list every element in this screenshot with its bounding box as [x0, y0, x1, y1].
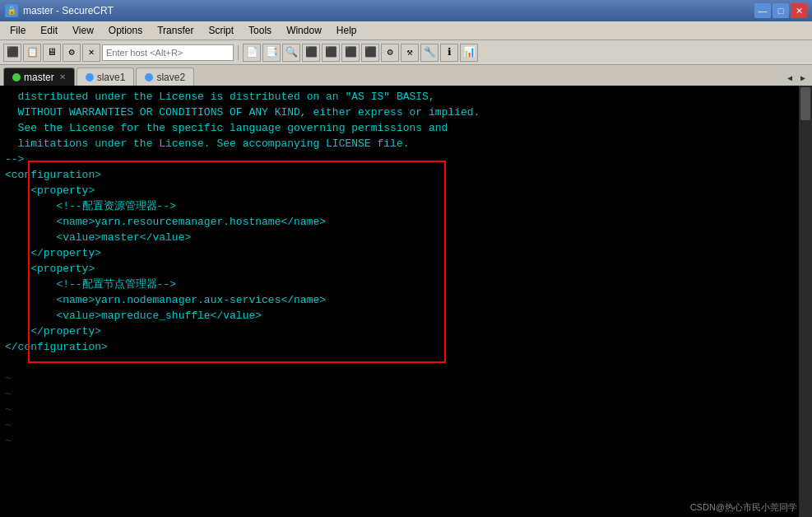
close-button[interactable]: ✕ — [791, 3, 807, 18]
tab-label-slave2: slave2 — [156, 72, 185, 83]
terminal-line: --> — [5, 151, 807, 167]
tab-label-master: master — [24, 72, 54, 83]
toolbar-btn-15[interactable]: 🔧 — [420, 44, 438, 62]
terminal-line: <value>mapreduce_shuffle</value> — [5, 308, 807, 324]
terminal-line: </property> — [5, 324, 807, 339]
tab-prev-button[interactable]: ◀ — [784, 72, 796, 84]
app-icon: 🔒 — [5, 4, 18, 17]
terminal-line: <property> — [5, 261, 807, 277]
watermark: CSDN@热心市民小莞同学 — [690, 501, 797, 514]
terminal-line: <configuration> — [5, 167, 807, 183]
tab-dot-slave1 — [86, 73, 94, 82]
toolbar-btn-8[interactable]: 🔍 — [282, 44, 300, 62]
titlebar-title: master - SecureCRT — [23, 5, 114, 16]
menu-edit[interactable]: Edit — [34, 23, 64, 38]
tab-dot-master — [12, 73, 21, 82]
menubar: File Edit View Options Transfer Script T… — [0, 21, 812, 40]
toolbar-btn-16[interactable]: ℹ — [440, 44, 458, 62]
tab-next-button[interactable]: ▶ — [797, 72, 809, 84]
menu-window[interactable]: Window — [280, 23, 328, 38]
toolbar-btn-11[interactable]: ⬛ — [341, 44, 360, 62]
toolbar: ⬛ 📋 🖥 ⚙ ✕ 📄 📑 🔍 ⬛ ⬛ ⬛ ⬛ ⚙ ⚒ 🔧 ℹ 📊 — [0, 40, 812, 64]
terminal-line: <name>yarn.resourcemanager.hostname</nam… — [5, 214, 807, 230]
tab-nav: ◀ ▶ — [784, 72, 809, 86]
menu-help[interactable]: Help — [330, 23, 364, 38]
tab-dot-slave2 — [145, 73, 153, 82]
terminal-line: distributed under the License is distrib… — [5, 89, 807, 105]
terminal-line: <name>yarn.nodemanager.aux-services</nam… — [5, 292, 807, 308]
minimize-button[interactable]: — — [754, 3, 771, 18]
menu-view[interactable]: View — [66, 23, 100, 38]
toolbar-btn-14[interactable]: ⚒ — [401, 44, 419, 62]
tab-slave1[interactable]: slave1 — [77, 68, 135, 86]
titlebar-left: 🔒 master - SecureCRT — [5, 4, 114, 17]
scrollbar[interactable] — [799, 86, 812, 517]
toolbar-btn-5[interactable]: ✕ — [82, 44, 100, 62]
toolbar-btn-2[interactable]: 📋 — [23, 44, 41, 62]
menu-transfer[interactable]: Transfer — [151, 23, 200, 38]
terminal-line: <property> — [5, 183, 807, 198]
terminal-line: </configuration> — [5, 339, 807, 355]
tab-close-master[interactable]: ✕ — [59, 72, 66, 82]
address-input[interactable] — [102, 44, 234, 61]
toolbar-btn-10[interactable]: ⬛ — [322, 44, 340, 62]
menu-tools[interactable]: Tools — [242, 23, 278, 38]
terminal-line: <!--配置资源管理器--> — [5, 198, 807, 214]
toolbar-btn-3[interactable]: 🖥 — [43, 44, 61, 62]
toolbar-btn-4[interactable]: ⚙ — [63, 44, 81, 62]
terminal-line: ~ — [5, 386, 807, 402]
menu-options[interactable]: Options — [102, 23, 149, 38]
terminal-content: distributed under the License is distrib… — [5, 89, 807, 449]
terminal-line: WITHOUT WARRANTIES OR CONDITIONS OF ANY … — [5, 105, 807, 120]
terminal-line: ~ — [5, 370, 807, 386]
terminal-line: limitations under the License. See accom… — [5, 136, 807, 151]
tab-label-slave1: slave1 — [97, 72, 126, 83]
toolbar-btn-9[interactable]: ⬛ — [302, 44, 320, 62]
terminal-line: ~ — [5, 402, 807, 417]
menu-file[interactable]: File — [3, 23, 32, 38]
tabbar: master ✕ slave1 slave2 ◀ ▶ — [0, 64, 812, 86]
toolbar-btn-13[interactable]: ⚙ — [381, 44, 399, 62]
terminal-line: <!--配置节点管理器--> — [5, 277, 807, 292]
terminal: distributed under the License is distrib… — [0, 86, 812, 517]
menu-script[interactable]: Script — [202, 23, 240, 38]
titlebar: 🔒 master - SecureCRT — □ ✕ — [0, 0, 812, 21]
toolbar-btn-1[interactable]: ⬛ — [3, 44, 21, 62]
terminal-line: See the License for the specific languag… — [5, 120, 807, 136]
titlebar-controls[interactable]: — □ ✕ — [754, 3, 807, 18]
tab-master[interactable]: master ✕ — [3, 68, 75, 86]
scrollbar-thumb[interactable] — [800, 87, 810, 120]
terminal-line: ~ — [5, 417, 807, 433]
maximize-button[interactable]: □ — [773, 3, 789, 18]
terminal-line: <value>master</value> — [5, 230, 807, 245]
tab-slave2[interactable]: slave2 — [136, 68, 194, 86]
toolbar-btn-6[interactable]: 📄 — [243, 44, 261, 62]
toolbar-sep-1 — [238, 45, 239, 60]
terminal-line: ~ — [5, 433, 807, 449]
toolbar-btn-17[interactable]: 📊 — [460, 44, 478, 62]
toolbar-btn-7[interactable]: 📑 — [262, 44, 281, 62]
terminal-line: </property> — [5, 245, 807, 261]
terminal-line — [5, 355, 807, 370]
toolbar-btn-12[interactable]: ⬛ — [361, 44, 379, 62]
